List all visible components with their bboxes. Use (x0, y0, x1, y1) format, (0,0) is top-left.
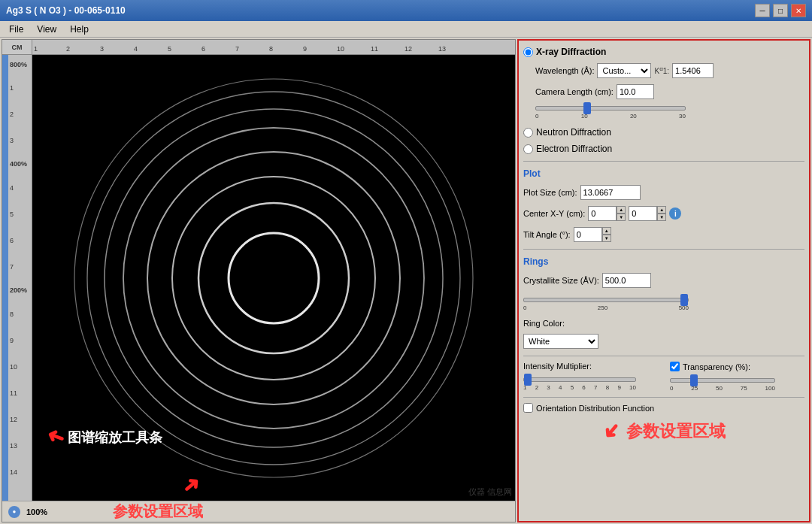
h-tick-8: 8 (269, 45, 303, 53)
crystallite-slider-container: 0 250 500 (523, 292, 804, 314)
transparency-slider-container: 0 25 50 75 100 (670, 374, 804, 392)
v-tick-2: 2 (10, 101, 29, 127)
v-tick-3: 3 (10, 127, 29, 153)
intensity-section: Intensity Multiplier: 1 2 3 4 5 6 7 8 9 … (523, 362, 658, 391)
crystallite-tick-500: 500 (679, 304, 689, 311)
odf-checkbox[interactable] (523, 403, 533, 413)
center-x-value[interactable] (588, 206, 617, 221)
center-x-down[interactable]: ▼ (617, 214, 626, 221)
h-tick-5: 5 (168, 45, 201, 53)
center-x-spinbox: ▲ ▼ (588, 206, 626, 221)
h-tick-6: 6 (201, 45, 235, 53)
ring-color-dropdown[interactable]: White Black Red Green Blue Yellow (523, 334, 598, 349)
h-ruler: 1 2 3 4 5 6 7 8 9 10 11 12 13 (32, 40, 515, 55)
window-title: Ag3 S ( N O3 ) - 00-065-0110 (6, 5, 126, 16)
crystallite-slider[interactable] (523, 298, 689, 302)
annotation-params: ➜ (182, 473, 199, 498)
h-tick-1: 1 (32, 45, 66, 53)
arrow-left-icon: ➜ (44, 425, 68, 450)
crystallite-row: Crystallite Size (ÅV): (523, 273, 804, 288)
titlebar: Ag3 S ( N O3 ) - 00-065-0110 ─ □ ✕ (0, 0, 812, 21)
camera-tick-10: 10 (581, 113, 588, 120)
v-tick-5: 5 (10, 201, 29, 227)
tilt-up[interactable]: ▲ (602, 227, 611, 235)
camera-slider-container: 0 10 20 30 (535, 101, 804, 123)
intensity-slider-container: 1 2 3 4 5 6 7 8 9 10 (523, 374, 658, 391)
tilt-spinbox: ▲ ▼ (574, 227, 611, 242)
electron-label: Electron Diffraction (536, 144, 612, 154)
h-tick-13: 13 (438, 45, 472, 53)
camera-slider[interactable] (535, 106, 686, 111)
h-tick-10: 10 (337, 45, 371, 53)
ruler-area-top: CM 1 2 3 4 5 6 7 8 9 10 11 12 13 (2, 40, 515, 55)
menu-help[interactable]: Help (64, 23, 95, 36)
zoom-value: 100% (26, 507, 47, 516)
tilt-angle-row: Tilt Angle (°): ▲ ▼ (523, 227, 804, 242)
restore-button[interactable]: □ (773, 4, 788, 17)
odf-label: Orientation Distribution Function (536, 404, 654, 413)
plot-size-value[interactable]: 13.0667 (580, 185, 641, 200)
divider-3 (523, 356, 804, 356)
crystallite-tick-250: 250 (598, 304, 607, 311)
kalpha-value[interactable]: 1.5406 (672, 63, 714, 78)
camera-value[interactable]: 10.0 (617, 84, 654, 99)
center-x-up[interactable]: ▲ (617, 206, 626, 214)
zoom-badge: ● (8, 506, 20, 518)
menu-view[interactable]: View (31, 23, 62, 36)
camera-tick-30: 30 (679, 113, 686, 120)
camera-section: Camera Length (cm): 10.0 0 10 20 30 (523, 83, 804, 123)
menu-file[interactable]: File (3, 23, 29, 36)
h-tick-12: 12 (404, 45, 438, 53)
electron-radio-row: Electron Diffraction (523, 144, 804, 154)
close-button[interactable]: ✕ (791, 4, 806, 17)
xray-radio-row: X-ray Diffraction (523, 47, 804, 57)
v-tick-4: 4 (10, 174, 29, 201)
center-y-arrows: ▲ ▼ (657, 206, 666, 221)
wavelength-dropdown[interactable]: Custo... (597, 63, 651, 78)
center-y-down[interactable]: ▼ (657, 214, 666, 221)
v-tick-14: 14 (10, 459, 29, 485)
electron-radio[interactable] (523, 144, 533, 154)
h-tick-3: 3 (100, 45, 134, 53)
crystallite-value[interactable] (602, 273, 651, 288)
tilt-down[interactable]: ▼ (602, 235, 611, 242)
params-annotation-text: 参数设置区域 (626, 420, 726, 443)
center-y-spinbox: ▲ ▼ (629, 206, 666, 221)
neutron-radio-row: Neutron Diffraction (523, 127, 804, 138)
transparency-checkbox[interactable] (670, 362, 680, 371)
ring-color-label: Ring Color: (523, 319, 565, 328)
info-icon[interactable]: i (669, 207, 681, 220)
h-tick-9: 9 (303, 45, 337, 53)
xray-label: X-ray Diffraction (536, 47, 606, 57)
diffraction-canvas: ➜ 图谱缩放工具条 仪器 信息网 (32, 55, 515, 501)
main-container: CM 1 2 3 4 5 6 7 8 9 10 11 12 13 (0, 38, 812, 524)
center-x-arrows: ▲ ▼ (617, 206, 626, 221)
center-y-up[interactable]: ▲ (657, 206, 666, 214)
minimize-button[interactable]: ─ (755, 4, 770, 17)
v-tick-9: 9 (10, 327, 29, 353)
v-tick-1: 1 (10, 74, 29, 101)
diffraction-svg (56, 68, 492, 489)
transparency-section: Transparency (%): 0 25 50 75 100 (670, 362, 804, 392)
transparency-slider[interactable] (670, 378, 775, 383)
menubar: File View Help (0, 21, 812, 38)
transparency-header: Transparency (%): (670, 362, 804, 371)
intensity-slider[interactable] (523, 377, 636, 382)
camera-tick-20: 20 (630, 113, 637, 120)
bottom-bar: ● 100% ➜ 参数设置区域 (2, 501, 515, 522)
window-controls: ─ □ ✕ (755, 4, 806, 17)
h-tick-2: 2 (66, 45, 100, 53)
plot-size-label: Plot Size (cm): (523, 188, 577, 197)
ring-color-row: Ring Color: (523, 319, 804, 328)
divider-1 (523, 161, 804, 162)
params-arrow-icon: ➜ (596, 416, 626, 446)
v-tick-13: 13 (10, 432, 29, 459)
v-tick-6: 6 (10, 227, 29, 253)
xray-radio[interactable] (523, 47, 533, 57)
zoom-indicator (2, 55, 8, 501)
crystallite-label: Crystallite Size (ÅV): (523, 276, 599, 285)
neutron-radio[interactable] (523, 128, 533, 138)
center-y-value[interactable] (629, 206, 657, 221)
tilt-value[interactable] (574, 227, 602, 242)
intensity-label: Intensity Multiplier: (523, 362, 658, 371)
